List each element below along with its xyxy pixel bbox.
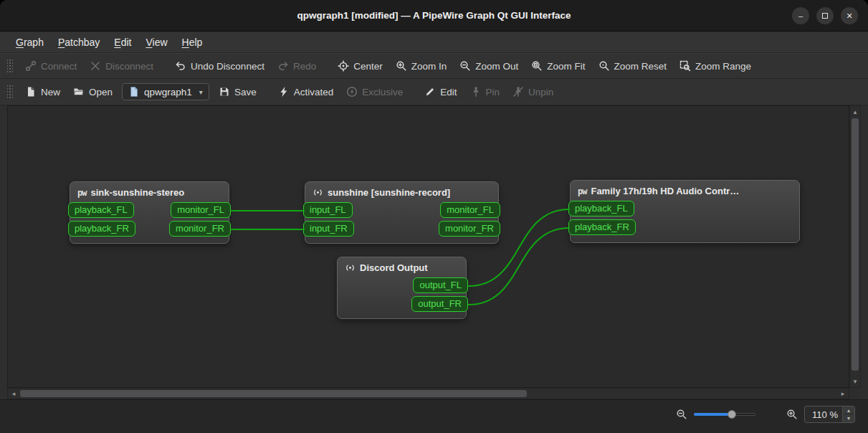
center-icon (338, 60, 349, 72)
node-family[interactable]: pwFamily 17h/19h HD Audio Contr…playback… (570, 180, 800, 243)
wires (8, 106, 849, 387)
zoom-fit-button[interactable]: Zoom Fit (525, 56, 591, 76)
menu-edit[interactable]: Edit (107, 34, 138, 51)
node-discord[interactable]: Discord Outputoutput_FLoutput_FR (337, 257, 467, 319)
spin-down-button[interactable]: ▾ (843, 414, 854, 422)
menu-view[interactable]: View (138, 34, 174, 51)
zoom-reset-icon (598, 60, 610, 72)
port-playback_FL[interactable]: playback_FL (568, 201, 634, 217)
vertical-scrollbar[interactable]: ▴ ▾ (849, 105, 861, 388)
toolbar-button-label: Activated (294, 87, 334, 97)
titlebar[interactable]: qpwgraph1 [modified] — A PipeWire Graph … (0, 0, 868, 32)
port-output_FR[interactable]: output_FR (411, 296, 468, 312)
spin-up-button[interactable]: ▴ (843, 406, 854, 414)
menu-graph[interactable]: Graph (9, 34, 51, 51)
zoom-in-icon (396, 60, 407, 72)
toolbar-button-label: New (41, 87, 60, 97)
new-icon (25, 86, 37, 97)
maximize-button[interactable] (816, 7, 834, 24)
port-playback_FL[interactable]: playback_FL (68, 202, 134, 218)
port-monitor_FR[interactable]: monitor_FR (169, 221, 231, 237)
toolbar-button-label: Unpin (528, 87, 553, 97)
scrollbar-corner (849, 388, 861, 399)
speaker-icon (313, 187, 323, 198)
exclusive-icon (346, 86, 358, 97)
patchbay-combo[interactable]: qpwgraph1▾ (122, 83, 209, 100)
undo-disconnect-button[interactable]: Undo Disconnect (168, 56, 271, 76)
central-area: pwsink-sunshine-stereoplayback_FLplaybac… (7, 105, 861, 399)
port-output_FL[interactable]: output_FL (413, 277, 468, 293)
toolbar-handle[interactable] (7, 84, 13, 100)
node-title: Discord Output (338, 257, 466, 275)
new-button[interactable]: New (19, 82, 67, 102)
edit-icon (424, 86, 436, 97)
zoom-fit-icon (531, 60, 543, 72)
scroll-right-icon[interactable]: ▸ (838, 389, 848, 399)
zoom-in-icon (786, 409, 798, 420)
statusbar: 110 % ▴ ▾ (0, 399, 868, 433)
toolbar-button-label: Zoom Range (695, 61, 751, 72)
node-title: pwsink-sunshine-stereo (70, 182, 229, 200)
unpin-button: Unpin (506, 82, 560, 102)
node-sunshine[interactable]: sunshine [sunshine-record]input_FLinput_… (305, 181, 499, 244)
unpin-icon (512, 86, 524, 97)
connect-icon (25, 60, 37, 72)
pin-button: Pin (464, 82, 507, 102)
spin-buttons: ▴ ▾ (842, 406, 854, 422)
zoom-range-button[interactable]: Zoom Range (673, 56, 758, 76)
zoom-spinbox[interactable]: 110 % ▴ ▾ (804, 406, 855, 423)
window-title: qpwgraph1 [modified] — A PipeWire Graph … (0, 0, 868, 32)
slider-handle[interactable] (728, 410, 736, 419)
node-title: pwFamily 17h/19h HD Audio Contr… (571, 181, 799, 199)
port-playback_FR[interactable]: playback_FR (68, 221, 135, 237)
toolbar-button-label: Exclusive (362, 87, 403, 97)
node-sink[interactable]: pwsink-sunshine-stereoplayback_FLplaybac… (70, 181, 229, 244)
window-controls: – ✕ (792, 7, 858, 24)
save-button[interactable]: Save (212, 82, 263, 102)
close-button[interactable]: ✕ (841, 7, 858, 24)
activated-button[interactable]: Activated (272, 82, 340, 102)
toolbar-file-items: NewOpenqpwgraph1▾SaveActivatedExclusiveE… (19, 82, 560, 102)
port-input_FL[interactable]: input_FL (303, 202, 353, 218)
edit-button[interactable]: Edit (418, 82, 463, 102)
open-button[interactable]: Open (67, 82, 119, 102)
port-input_FR[interactable]: input_FR (303, 221, 354, 237)
port-playback_FR[interactable]: playback_FR (568, 219, 636, 235)
menubar: GraphPatchbayEditViewHelp (0, 32, 868, 53)
port-monitor_FL[interactable]: monitor_FL (440, 202, 500, 218)
toolbar-button-label: Zoom Out (475, 61, 518, 72)
zoom-in-button[interactable]: Zoom In (389, 56, 454, 76)
scroll-up-icon[interactable]: ▴ (850, 107, 860, 117)
toolbar-button-label: Open (89, 87, 113, 97)
menu-help[interactable]: Help (175, 34, 210, 51)
toolbar-button-label: Zoom Reset (614, 61, 667, 72)
node-title-text: sink-sunshine-stereo (90, 187, 184, 198)
zoom-out-button[interactable]: Zoom Out (453, 56, 525, 76)
horizontal-scrollbar[interactable]: ◂ ▸ (7, 388, 849, 399)
node-title-text: Family 17h/19h HD Audio Contr… (591, 186, 739, 196)
port-monitor_FR[interactable]: monitor_FR (439, 221, 500, 237)
toolbar-handle[interactable] (7, 58, 13, 74)
toolbar-button-label: Zoom Fit (547, 61, 585, 72)
zoom-range-icon (679, 60, 691, 72)
horizontal-scroll-thumb[interactable] (20, 390, 527, 397)
toolbar-graph: ConnectDisconnectUndo DisconnectRedoCent… (0, 53, 868, 79)
toolbar-button-label: Disconnect (105, 61, 153, 72)
minimize-button[interactable]: – (792, 7, 809, 24)
scroll-down-icon[interactable]: ▾ (850, 376, 860, 386)
vertical-scroll-thumb[interactable] (852, 118, 859, 371)
graph-canvas[interactable]: pwsink-sunshine-stereoplayback_FLplaybac… (7, 105, 849, 388)
center-button[interactable]: Center (331, 56, 389, 76)
toolbar-graph-items: ConnectDisconnectUndo DisconnectRedoCent… (19, 56, 758, 76)
toolbar-file: NewOpenqpwgraph1▾SaveActivatedExclusiveE… (0, 79, 868, 105)
minimize-icon: – (798, 12, 803, 20)
port-monitor_FL[interactable]: monitor_FL (171, 202, 231, 218)
scroll-left-icon[interactable]: ◂ (9, 389, 19, 399)
speaker-icon (345, 262, 356, 273)
open-icon (73, 86, 85, 97)
zoom-value: 110 % (811, 409, 838, 420)
zoom-slider[interactable] (694, 409, 755, 420)
zoom-reset-button[interactable]: Zoom Reset (592, 56, 674, 76)
menu-patchbay[interactable]: Patchbay (51, 34, 107, 51)
undo-icon (175, 60, 186, 72)
